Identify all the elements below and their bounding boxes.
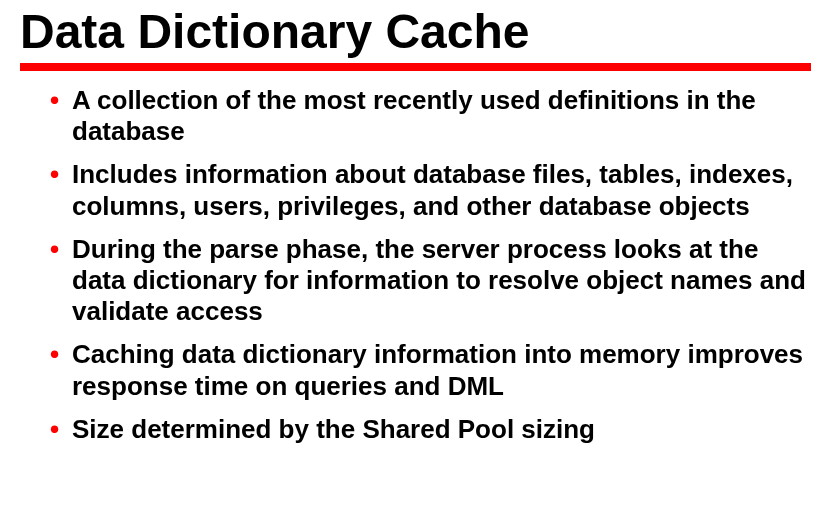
bullet-item: Caching data dictionary information into… <box>50 339 811 401</box>
bullet-item: A collection of the most recently used d… <box>50 85 811 147</box>
bullet-item: Size determined by the Shared Pool sizin… <box>50 414 811 445</box>
title-divider <box>20 63 811 71</box>
bullet-list: A collection of the most recently used d… <box>20 85 811 445</box>
bullet-item: During the parse phase, the server proce… <box>50 234 811 328</box>
slide: Data Dictionary Cache A collection of th… <box>0 4 831 445</box>
bullet-item: Includes information about database file… <box>50 159 811 221</box>
slide-title: Data Dictionary Cache <box>20 4 811 59</box>
